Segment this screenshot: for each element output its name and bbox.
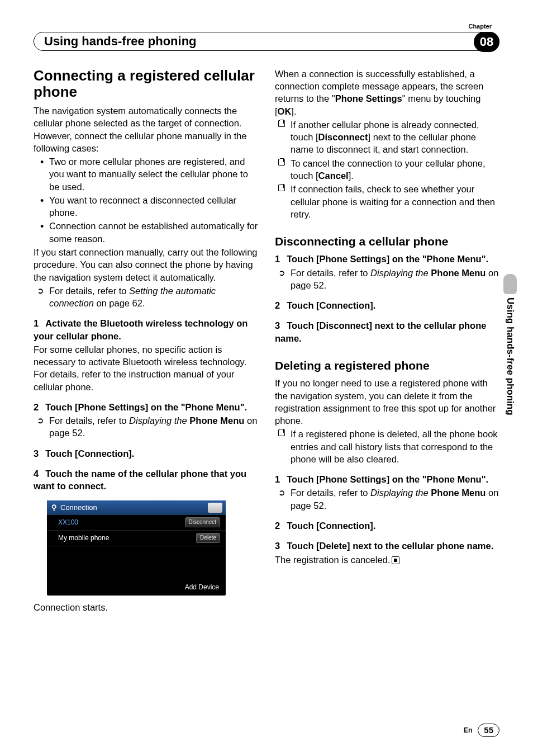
reference-arrow-icon: ➲ <box>278 487 285 498</box>
cross-reference: ➲ For details, refer to Displaying the P… <box>275 486 499 512</box>
device-name: XX100 <box>58 518 78 527</box>
step-4: 4Touch the name of the cellular phone th… <box>34 467 258 493</box>
note-icon <box>278 159 285 166</box>
del-step-3: 3Touch [Delete] next to the cellular pho… <box>275 540 499 552</box>
section-end-icon <box>392 556 399 564</box>
cases-list: Two or more cellular phones are register… <box>34 155 258 245</box>
disconnect-button: Disconnect <box>185 517 220 527</box>
ref-link: Displaying the <box>129 415 187 426</box>
ref-link: Displaying the <box>370 268 429 278</box>
ref-bold: Phone Menu <box>189 415 244 426</box>
disc-step-2: 2Touch [Connection]. <box>275 299 499 311</box>
screenshot-title: Connection <box>60 503 97 513</box>
ref-text: For details, refer to <box>291 268 370 278</box>
list-item: Two or more cellular phones are register… <box>34 155 258 193</box>
chapter-label: Chapter <box>34 22 499 31</box>
disc-step-1: 1Touch [Phone Settings] on the "Phone Me… <box>275 253 499 265</box>
reference-arrow-icon: ➲ <box>278 267 285 278</box>
page-title: Using hands-free phoning <box>44 33 197 50</box>
ref-bold: Phone Menu <box>431 268 486 278</box>
cross-reference: ➲ For details, refer to Setting the auto… <box>34 285 258 310</box>
screenshot-header: ⚲ Connection <box>47 500 226 515</box>
cross-reference: ➲ For details, refer to Displaying the P… <box>34 414 258 440</box>
intro-paragraph: The navigation system automatically conn… <box>34 105 258 154</box>
ref-text: For details, refer to <box>49 415 129 426</box>
language-label: En <box>464 726 472 735</box>
cross-reference: ➲ For details, refer to Displaying the P… <box>275 267 499 292</box>
note-item: To cancel the connection to your cellula… <box>275 157 499 182</box>
side-tab-cap-icon <box>503 274 517 294</box>
chapter-number-badge: 08 <box>474 32 499 52</box>
side-tab: Using hands-free phoning <box>503 274 517 442</box>
section-title-connecting: Connecting a registered cellular phone <box>34 68 258 100</box>
del-step-2: 2Touch [Connection]. <box>275 519 499 532</box>
bluetooth-icon: ⚲ <box>51 503 58 513</box>
reference-arrow-icon: ➲ <box>37 285 44 296</box>
connection-complete-paragraph: When a connection is successfully establ… <box>275 68 499 117</box>
left-column: Connecting a registered cellular phone T… <box>34 68 258 615</box>
step-1: 1Activate the Bluetooth wireless technol… <box>34 317 258 342</box>
ref-link: Displaying the <box>370 488 429 498</box>
note-item: If another cellular phone is already con… <box>275 119 499 156</box>
ref-text: For details, refer to <box>291 488 370 498</box>
manual-connect-paragraph: If you start connection manually, carry … <box>34 246 258 284</box>
step-3: 3Touch [Connection]. <box>34 447 258 460</box>
device-name: My mobile phone <box>58 533 109 542</box>
note-item: If a registered phone is deleted, all th… <box>275 428 499 465</box>
connection-starts-text: Connection starts. <box>34 601 258 613</box>
delete-button: Delete <box>196 533 220 543</box>
reference-arrow-icon: ➲ <box>37 415 44 426</box>
page-number: 55 <box>478 724 499 737</box>
subsection-disconnecting: Disconnecting a cellular phone <box>275 234 499 249</box>
side-tab-label: Using hands-free phoning <box>504 297 517 415</box>
ref-text: on page 62. <box>94 298 145 308</box>
disc-step-3: 3Touch [Disconnect] next to the cellular… <box>275 319 499 344</box>
ref-bold: Phone Menu <box>431 488 486 498</box>
device-row: My mobile phone Delete <box>47 531 226 546</box>
step-1-body: For some cellular phones, no specific ac… <box>34 343 258 393</box>
device-row: XX100 Disconnect <box>47 515 226 531</box>
back-icon <box>208 503 222 513</box>
right-column: When a connection is successfully establ… <box>275 68 499 615</box>
note-icon <box>278 120 285 127</box>
page-footer: En 55 <box>464 724 499 737</box>
note-icon <box>278 185 285 191</box>
list-item: You want to reconnect a disconnected cel… <box>34 194 258 219</box>
del-step-1: 1Touch [Phone Settings] on the "Phone Me… <box>275 473 499 485</box>
note-item: If connection fails, check to see whethe… <box>275 183 499 220</box>
subsection-deleting: Deleting a registered phone <box>275 358 499 374</box>
step-2: 2Touch [Phone Settings] on the "Phone Me… <box>34 401 258 413</box>
ref-text: For details, refer to <box>49 286 129 296</box>
note-icon <box>278 429 285 436</box>
header-bar: Using hands-free phoning 08 <box>34 32 499 51</box>
delete-body: The registration is canceled. <box>275 554 499 566</box>
connection-screenshot: ⚲ Connection XX100 Disconnect My mobile … <box>47 500 226 596</box>
delete-intro: If you no longer need to use a registere… <box>275 377 499 427</box>
add-device-button: Add Device <box>185 583 219 592</box>
list-item: Connection cannot be established automat… <box>34 220 258 245</box>
